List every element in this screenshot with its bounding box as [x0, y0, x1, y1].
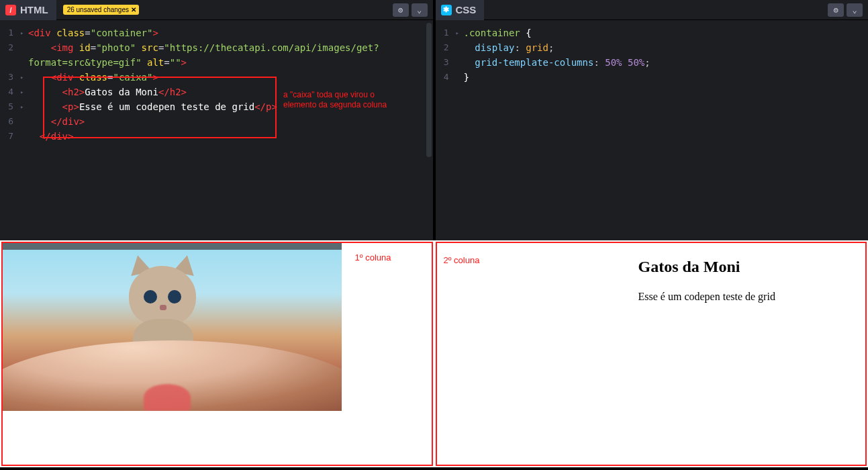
tab-css[interactable]: ✱ CSS — [436, 0, 485, 20]
col2-annotation: 2º coluna — [444, 255, 480, 265]
preview-pane: 1º coluna 2º coluna Gatos da Moni Esse é… — [0, 240, 868, 467]
html-icon: / — [5, 5, 16, 15]
settings-button[interactable]: ⚙ — [828, 3, 844, 17]
cat-image — [3, 243, 342, 411]
preview-col-2: 2º coluna Gatos da Moni Esse é um codepe… — [436, 242, 867, 466]
chevron-down-icon: ⌄ — [852, 5, 857, 15]
preview-col-1: 1º coluna — [1, 242, 433, 466]
panel-header-html: / HTML 26 unsaved changes ✕ ⚙ ⌄ — [0, 0, 433, 20]
unsaved-changes-badge[interactable]: 26 unsaved changes ✕ — [63, 5, 139, 15]
gear-icon: ⚙ — [833, 5, 838, 15]
rendered-paragraph: Esse é um codepen teste de grid — [638, 291, 775, 303]
tab-css-label: CSS — [456, 4, 477, 15]
editor-html[interactable]: 1▸<div class="container"> 2 <img id="pho… — [0, 20, 433, 240]
settings-button[interactable]: ⚙ — [393, 3, 409, 17]
rendered-heading: Gatos da Moni — [638, 258, 775, 276]
editor-top-row: / HTML 26 unsaved changes ✕ ⚙ ⌄ 1▸<div c… — [0, 0, 868, 240]
panel-html: / HTML 26 unsaved changes ✕ ⚙ ⌄ 1▸<div c… — [0, 0, 433, 240]
panel-header-css: ✱ CSS ⚙ ⌄ — [436, 0, 869, 20]
rendered-content: Gatos da Moni Esse é um codepen teste de… — [638, 258, 775, 303]
dropdown-button[interactable]: ⌄ — [412, 3, 428, 17]
tab-html-label: HTML — [20, 4, 48, 15]
chevron-down-icon: ⌄ — [417, 5, 422, 15]
gear-icon: ⚙ — [398, 5, 403, 15]
css-icon: ✱ — [441, 5, 452, 15]
panel-css: ✱ CSS ⚙ ⌄ 1▸.container { 2 display: grid… — [436, 0, 869, 240]
annotation-text: a "caixa" toda que virou o elemento da s… — [283, 90, 397, 110]
badge-text: 26 unsaved changes — [67, 6, 129, 13]
tab-html[interactable]: / HTML — [0, 0, 56, 20]
dropdown-button[interactable]: ⌄ — [847, 3, 863, 17]
col1-annotation: 1º coluna — [355, 252, 391, 263]
close-icon[interactable]: ✕ — [131, 6, 136, 13]
editor-css[interactable]: 1▸.container { 2 display: grid; 3 grid-t… — [436, 20, 869, 240]
